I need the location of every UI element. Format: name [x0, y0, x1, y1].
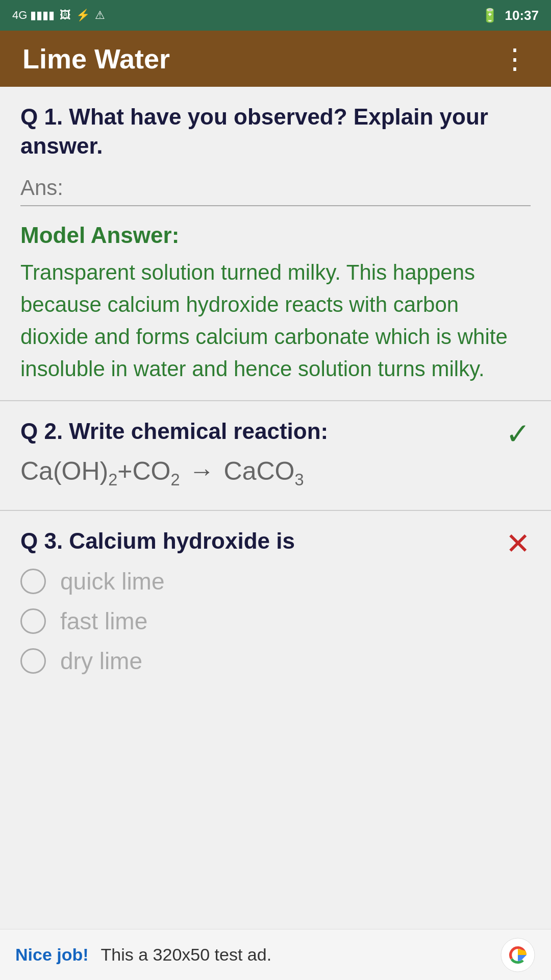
radio-dry-lime[interactable]: [20, 648, 46, 674]
question-3-title: Q 3. Calcium hydroxide is: [20, 526, 531, 555]
equation-right-sub: 3: [295, 471, 304, 489]
status-bar-left: 4G ▮▮▮▮ 🖼 ⚡ ⚠: [12, 9, 105, 22]
warning-icon: ⚠: [95, 9, 105, 22]
option-row-3[interactable]: dry lime: [20, 647, 531, 675]
question-1-title: Q 1. What have you observed? Explain you…: [20, 102, 531, 160]
question-2-title: Q 2. Write chemical reaction:: [20, 416, 531, 446]
xmark-icon: ✕: [506, 526, 531, 561]
option-label-quick-lime: quick lime: [60, 568, 165, 595]
ad-text: This a 320x50 test ad.: [101, 945, 488, 965]
content-area: Q 1. What have you observed? Explain you…: [0, 87, 551, 702]
checkmark-icon: ✓: [506, 416, 531, 451]
option-row-2[interactable]: fast lime: [20, 607, 531, 635]
more-options-icon[interactable]: ⋮: [501, 43, 529, 75]
chemical-equation: Ca(OH)2+CO2 → CaCO3: [20, 456, 531, 489]
image-icon: 🖼: [60, 9, 71, 22]
answer-input[interactable]: [20, 170, 531, 206]
toolbar: Lime Water ⋮: [0, 31, 551, 87]
time-display: 10:37: [505, 8, 539, 23]
question-3-block: ✕ Q 3. Calcium hydroxide is quick lime f…: [0, 511, 551, 702]
radio-fast-lime[interactable]: [20, 608, 46, 634]
ad-banner: Nice job! This a 320x50 test ad.: [0, 929, 551, 980]
equation-left: Ca(OH)2+CO2: [20, 456, 180, 489]
status-bar-right: 🔋 10:37: [482, 8, 539, 23]
question-2-block: ✓ Q 2. Write chemical reaction: Ca(OH)2+…: [0, 401, 551, 510]
radio-quick-lime[interactable]: [20, 569, 46, 594]
ad-nice-job: Nice job!: [15, 945, 89, 965]
equation-co2-sub: 2: [171, 471, 180, 489]
model-answer-text: Transparent solution turned milky. This …: [20, 256, 531, 385]
equation-arrow: →: [189, 456, 215, 486]
model-answer-section: Model Answer: Transparent solution turne…: [20, 218, 531, 385]
ad-logo: [500, 937, 536, 973]
usb-icon: ⚡: [76, 9, 90, 22]
option-label-dry-lime: dry lime: [60, 647, 142, 675]
equation-left-sub: 2: [108, 471, 117, 489]
option-label-fast-lime: fast lime: [60, 607, 147, 635]
model-answer-label: Model Answer:: [20, 218, 531, 252]
equation-right: CaCO3: [224, 456, 304, 489]
question-1-block: Q 1. What have you observed? Explain you…: [0, 87, 551, 401]
battery-icon: 🔋: [482, 8, 498, 23]
status-bar: 4G ▮▮▮▮ 🖼 ⚡ ⚠ 🔋 10:37: [0, 0, 551, 31]
signal-icon: 4G ▮▮▮▮: [12, 9, 55, 22]
option-row-1[interactable]: quick lime: [20, 568, 531, 595]
app-title: Lime Water: [22, 43, 170, 75]
